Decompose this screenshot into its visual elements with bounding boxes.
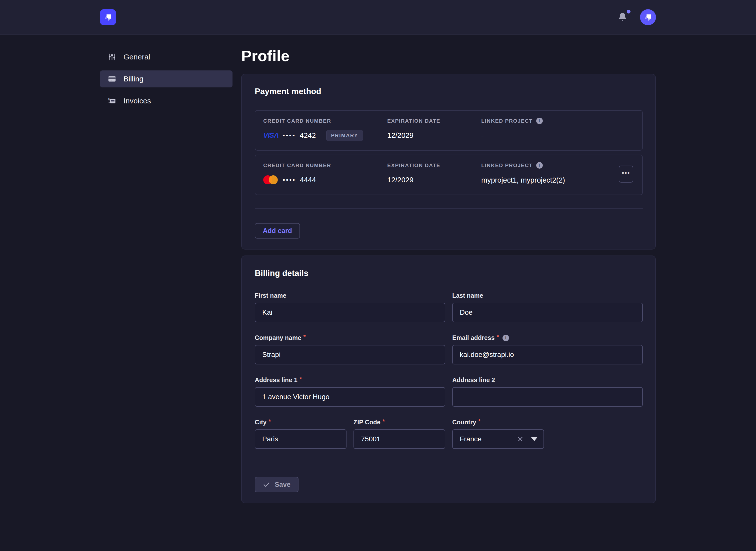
masked-digits: •••• <box>282 132 295 139</box>
credit-card-number-label: CREDIT CARD NUMBER <box>263 162 387 168</box>
required-asterisk: * <box>478 420 481 423</box>
credit-card-row-visa: CREDIT CARD NUMBER VISA •••• 4242 PRIMAR… <box>255 110 643 151</box>
field-email-address: Email address* i <box>452 334 643 365</box>
field-address-line-1: Address line 1* <box>255 377 445 407</box>
linked-project-value: - <box>481 130 633 142</box>
credit-card-icon <box>107 74 116 83</box>
field-last-name: Last name <box>452 292 643 322</box>
mastercard-icon <box>263 175 279 185</box>
billing-details-card: Billing details First name Last name Com… <box>241 255 656 503</box>
city-label: City <box>255 419 266 426</box>
zip-label: ZIP Code <box>353 419 381 426</box>
sidebar-item-label: Invoices <box>123 97 151 105</box>
required-asterisk: * <box>268 420 271 423</box>
bell-icon <box>617 11 628 23</box>
topbar <box>0 0 756 35</box>
field-country: Country* France <box>452 419 544 449</box>
info-icon[interactable]: i <box>536 162 543 168</box>
company-name-label: Company name <box>255 334 301 342</box>
invoice-icon: $ <box>107 96 116 105</box>
card-last4: 4444 <box>300 176 316 184</box>
required-asterisk: * <box>497 336 499 338</box>
check-icon <box>263 481 270 488</box>
required-asterisk: * <box>303 336 306 338</box>
info-icon[interactable]: i <box>503 335 509 341</box>
field-zip-code: ZIP Code* <box>353 419 445 449</box>
last-name-input[interactable] <box>452 303 643 322</box>
expiration-date-label: EXPIRATION DATE <box>387 118 481 124</box>
avatar-strapi-icon <box>642 11 654 23</box>
chevron-down-icon[interactable] <box>531 437 537 441</box>
address2-input[interactable] <box>452 387 643 407</box>
credit-card-number-label: CREDIT CARD NUMBER <box>263 118 387 124</box>
required-asterisk: * <box>383 420 385 423</box>
notifications-button[interactable] <box>617 11 628 23</box>
clear-icon[interactable] <box>516 435 524 443</box>
address1-input[interactable] <box>255 387 445 407</box>
sidebar-item-label: Billing <box>123 75 144 83</box>
field-city: City* <box>255 419 346 449</box>
sidebar-item-invoices[interactable]: $ Invoices <box>100 92 233 109</box>
city-input[interactable] <box>255 429 346 449</box>
last-name-label: Last name <box>452 292 483 299</box>
svg-text:$: $ <box>108 97 110 100</box>
address2-label: Address line 2 <box>452 377 495 384</box>
notification-dot <box>627 10 631 13</box>
payment-method-title: Payment method <box>255 87 643 96</box>
field-address-line-2: Address line 2 <box>452 377 643 407</box>
main-content: Profile Payment method CREDIT CARD NUMBE… <box>241 35 656 509</box>
add-card-label: Add card <box>263 227 292 235</box>
billing-divider <box>255 462 643 462</box>
billing-form: First name Last name Company name* Email… <box>255 292 643 449</box>
card-last4: 4242 <box>300 131 316 140</box>
info-icon[interactable]: i <box>536 118 543 124</box>
email-label: Email address <box>452 334 495 342</box>
first-name-label: First name <box>255 292 286 299</box>
sliders-icon <box>107 52 116 61</box>
billing-details-title: Billing details <box>255 268 643 278</box>
expiration-date-label: EXPIRATION DATE <box>387 162 481 168</box>
sidebar-item-general[interactable]: General <box>100 48 233 65</box>
address1-label: Address line 1 <box>255 377 297 384</box>
ellipsis-icon: ••• <box>622 169 630 176</box>
primary-badge: PRIMARY <box>326 130 363 141</box>
expiration-date-value: 12/2029 <box>387 174 481 186</box>
payment-divider <box>255 208 643 208</box>
save-button[interactable]: Save <box>255 477 298 492</box>
sidebar-item-billing[interactable]: Billing <box>100 70 233 87</box>
page-title: Profile <box>241 47 656 65</box>
sidebar-item-label: General <box>123 53 150 61</box>
country-select[interactable]: France <box>452 429 544 449</box>
linked-project-label: LINKED PROJECT <box>481 118 533 124</box>
field-first-name: First name <box>255 292 445 322</box>
email-input[interactable] <box>452 345 643 365</box>
save-label: Save <box>275 481 290 489</box>
settings-sidebar: General Billing $ Invoices <box>100 48 233 109</box>
strapi-logo[interactable] <box>100 9 116 25</box>
field-company-name: Company name* <box>255 334 445 365</box>
country-label: Country <box>452 419 476 426</box>
first-name-input[interactable] <box>255 303 445 322</box>
visa-logo: VISA <box>263 131 278 139</box>
company-name-input[interactable] <box>255 345 445 365</box>
expiration-date-value: 12/2029 <box>387 129 481 141</box>
credit-card-row-mastercard: CREDIT CARD NUMBER •••• 4444 EXPIRATION … <box>255 155 643 195</box>
linked-project-label: LINKED PROJECT <box>481 162 533 168</box>
required-asterisk: * <box>299 378 302 381</box>
payment-method-card: Payment method CREDIT CARD NUMBER VISA •… <box>241 74 656 249</box>
user-avatar[interactable] <box>640 9 656 25</box>
country-value: France <box>460 435 516 443</box>
zip-input[interactable] <box>353 429 445 449</box>
add-card-button[interactable]: Add card <box>255 223 300 238</box>
linked-project-value: myproject1, myproject2(2) <box>481 174 619 186</box>
card-actions-menu-button[interactable]: ••• <box>619 165 633 182</box>
strapi-logo-icon <box>102 11 114 23</box>
masked-digits: •••• <box>283 176 296 184</box>
